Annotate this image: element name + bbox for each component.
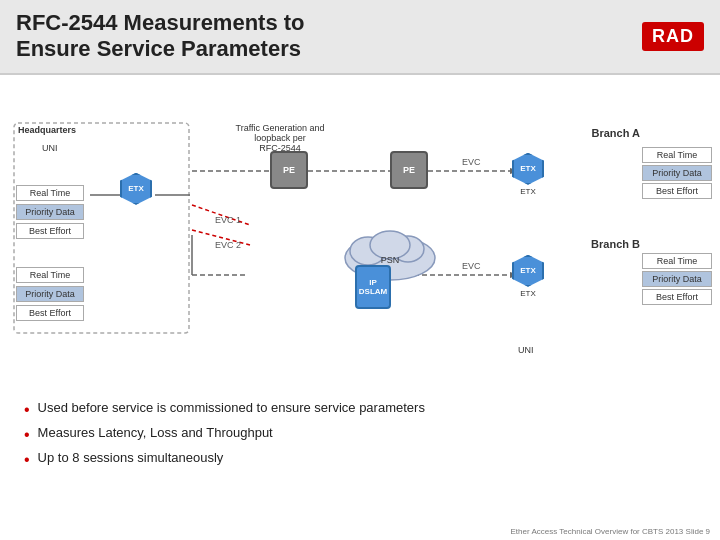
- ip-dslam-shape: IPDSLAM: [355, 265, 391, 309]
- evc-label-top: EVC: [462, 157, 481, 167]
- branch-b-label: Branch B: [591, 238, 640, 250]
- evc2-label: EVC 2: [215, 240, 241, 250]
- etx-shape-branch-b: ETX: [512, 255, 544, 287]
- branch-b-panel: Real Time Priority Data Best Effort: [642, 253, 712, 305]
- evc1-label: EVC 1: [215, 215, 241, 225]
- branch-b-priority: Priority Data: [642, 271, 712, 287]
- traffic-gen-label: Traffic Generation and loopback per RFC-…: [220, 123, 340, 153]
- branch-b-real-time: Real Time: [642, 253, 712, 269]
- branch-a-real-time: Real Time: [642, 147, 712, 163]
- left-panel-bottom: Real Time Priority Data Best Effort: [16, 267, 84, 321]
- left-priority-bottom[interactable]: Priority Data: [16, 286, 84, 302]
- uni-label-bottom: UNI: [518, 345, 534, 355]
- left-panel-top: Real Time Priority Data Best Effort: [16, 185, 84, 239]
- pe-device-right-top: PE: [390, 151, 428, 189]
- left-best-effort-top[interactable]: Best Effort: [16, 223, 84, 239]
- left-real-time-bottom[interactable]: Real Time: [16, 267, 84, 283]
- left-priority-top[interactable]: Priority Data: [16, 204, 84, 220]
- etx-branch-b: ETX ETX: [512, 255, 544, 298]
- pe-device-left: PE: [270, 151, 308, 189]
- pe-box-right-top: PE: [390, 151, 428, 189]
- diagram-area: Headquarters UNI Traffic Generation and …: [0, 75, 720, 385]
- etx-shape-branch-a: ETX: [512, 153, 544, 185]
- branch-a-priority: Priority Data: [642, 165, 712, 181]
- etx-shape-left: ETX: [120, 173, 152, 205]
- header: RFC-2544 Measurements to Ensure Service …: [0, 0, 720, 75]
- uni-label-top: UNI: [42, 143, 58, 153]
- left-best-effort-bottom[interactable]: Best Effort: [16, 305, 84, 321]
- pe-box-left: PE: [270, 151, 308, 189]
- bullet-item-1: • Used before service is commissioned to…: [24, 397, 696, 422]
- svg-text:PSN: PSN: [381, 255, 400, 265]
- branch-a-panel: Real Time Priority Data Best Effort: [642, 147, 712, 199]
- footer: Ether Access Technical Overview for CBTS…: [511, 527, 711, 536]
- rad-logo: RAD: [642, 22, 704, 51]
- bullet-item-3: • Up to 8 sessions simultaneously: [24, 447, 696, 472]
- branch-a-best-effort: Best Effort: [642, 183, 712, 199]
- bullet-item-2: • Measures Latency, Loss and Throughput: [24, 422, 696, 447]
- branch-b-best-effort: Best Effort: [642, 289, 712, 305]
- bullets-section: • Used before service is commissioned to…: [0, 385, 720, 479]
- etx-branch-a: ETX ETX: [512, 153, 544, 196]
- left-real-time-top[interactable]: Real Time: [16, 185, 84, 201]
- ip-dslam-device: IPDSLAM: [355, 265, 391, 309]
- headquarters-label: Headquarters: [18, 125, 76, 135]
- bullet-list: • Used before service is commissioned to…: [24, 397, 696, 473]
- page-title: RFC-2544 Measurements to Ensure Service …: [16, 10, 305, 63]
- evc-label-bottom: EVC: [462, 261, 481, 271]
- branch-a-label: Branch A: [592, 127, 641, 139]
- etx-device-left: ETX: [120, 173, 152, 205]
